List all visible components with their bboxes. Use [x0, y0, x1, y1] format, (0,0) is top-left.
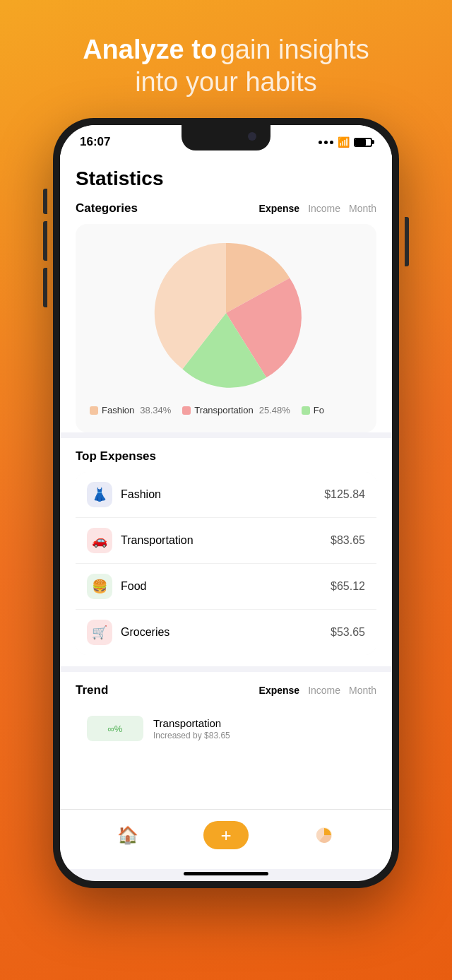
legend-label-fashion: Fashion [102, 405, 134, 415]
legend-dot-food [302, 406, 310, 415]
legend-food: Fo [302, 405, 324, 415]
trend-bar-text: ∞% [108, 724, 123, 734]
expense-icon-food: 🍔 [87, 574, 112, 599]
trend-item-transportation: ∞% Transportation Increased by $83.65 [76, 706, 376, 751]
home-icon: 🏠 [117, 825, 138, 845]
legend-label-food: Fo [314, 405, 324, 415]
signal-dots [319, 141, 333, 144]
headline: Analyze to gain insights into your habit… [54, 0, 398, 118]
app-content: Statistics Categories Expense Income Mon… [60, 155, 392, 751]
nav-stats[interactable] [307, 818, 341, 852]
expense-amount-groceries: $53.65 [331, 626, 365, 639]
trend-item-sub: Increased by $83.65 [153, 731, 230, 740]
categories-header: Categories Expense Income Month [76, 201, 376, 216]
trend-bar: ∞% [87, 716, 143, 741]
legend-pct-transportation: 25.48% [259, 405, 290, 415]
expense-amount-transportation: $83.65 [331, 534, 365, 547]
expense-icon-transportation: 🚗 [87, 528, 112, 553]
trend-item-name: Transportation [153, 717, 230, 729]
pie-chart-wrapper [87, 235, 365, 391]
nav-add-button[interactable]: + [203, 821, 249, 849]
trend-filter-expense[interactable]: Expense [259, 685, 300, 696]
chart-legend: Fashion 38.34% Transportation 25.48% Fo [87, 399, 365, 421]
trend-filter-income[interactable]: Income [308, 685, 340, 696]
top-expenses-section: Top Expenses 👗 Fashion $125.84 🚗 Transpo… [76, 438, 376, 655]
expense-food: 🍔 Food $65.12 [76, 564, 376, 610]
trend-card: ∞% Transportation Increased by $83.65 [76, 706, 376, 751]
battery-icon [354, 138, 372, 147]
top-expenses-title: Top Expenses [76, 449, 156, 464]
filter-expense[interactable]: Expense [259, 203, 300, 214]
wifi-icon: 📶 [338, 136, 350, 148]
volume-buttons [43, 189, 47, 316]
nav-home[interactable]: 🏠 [111, 818, 145, 852]
expenses-list: 👗 Fashion $125.84 🚗 Transportation $83.6… [76, 472, 376, 655]
trend-filter-month[interactable]: Month [349, 685, 376, 696]
legend-pct-fashion: 38.34% [140, 405, 171, 415]
divider-1 [60, 432, 392, 438]
chart-container: Fashion 38.34% Transportation 25.48% Fo [76, 224, 376, 432]
expense-name-fashion: Fashion [121, 488, 324, 501]
divider-2 [60, 666, 392, 672]
trend-filters: Expense Income Month [259, 685, 376, 696]
categories-section: Categories Expense Income Month [76, 201, 376, 432]
power-button [405, 217, 409, 266]
legend-fashion: Fashion 38.34% [90, 405, 171, 415]
notch [182, 125, 270, 150]
camera [248, 132, 256, 141]
filter-income[interactable]: Income [308, 203, 340, 214]
expense-fashion: 👗 Fashion $125.84 [76, 472, 376, 518]
scroll-content: Statistics Categories Expense Income Mon… [60, 155, 392, 809]
filter-month[interactable]: Month [349, 203, 376, 214]
legend-transportation: Transportation 25.48% [182, 405, 290, 415]
expense-icon-fashion: 👗 [87, 482, 112, 507]
headline-line2: into your habits [135, 67, 317, 97]
add-icon: + [220, 825, 231, 846]
phone-frame: 16:07 📶 Statistics Categories [53, 118, 399, 888]
top-expenses-header: Top Expenses [76, 449, 376, 464]
bottom-nav: 🏠 + [60, 809, 392, 869]
categories-title: Categories [76, 201, 138, 216]
phone-screen: 16:07 📶 Statistics Categories [60, 125, 392, 881]
page-title: Statistics [76, 167, 376, 190]
trend-header: Trend Expense Income Month [76, 683, 376, 697]
trend-info: Transportation Increased by $83.65 [153, 717, 230, 740]
home-indicator [184, 872, 268, 875]
status-time: 16:07 [80, 135, 110, 149]
expense-transportation: 🚗 Transportation $83.65 [76, 518, 376, 564]
headline-bold: Analyze to [83, 35, 217, 64]
expense-amount-food: $65.12 [331, 580, 365, 593]
expense-name-transportation: Transportation [121, 534, 331, 547]
expense-amount-fashion: $125.84 [324, 488, 365, 501]
categories-filters: Expense Income Month [259, 203, 376, 214]
pie-chart [148, 235, 304, 391]
expense-name-food: Food [121, 580, 331, 593]
legend-label-transportation: Transportation [194, 405, 253, 415]
expense-name-groceries: Groceries [121, 626, 331, 639]
trend-title: Trend [76, 683, 108, 697]
pie-chart-icon [315, 826, 333, 844]
legend-dot-fashion [90, 406, 98, 415]
status-icons: 📶 [319, 136, 372, 148]
headline-normal: gain insights [220, 35, 369, 64]
trend-section: Trend Expense Income Month ∞% [76, 672, 376, 751]
expense-icon-groceries: 🛒 [87, 620, 112, 645]
legend-dot-transportation [182, 406, 191, 415]
expense-groceries: 🛒 Groceries $53.65 [76, 610, 376, 655]
